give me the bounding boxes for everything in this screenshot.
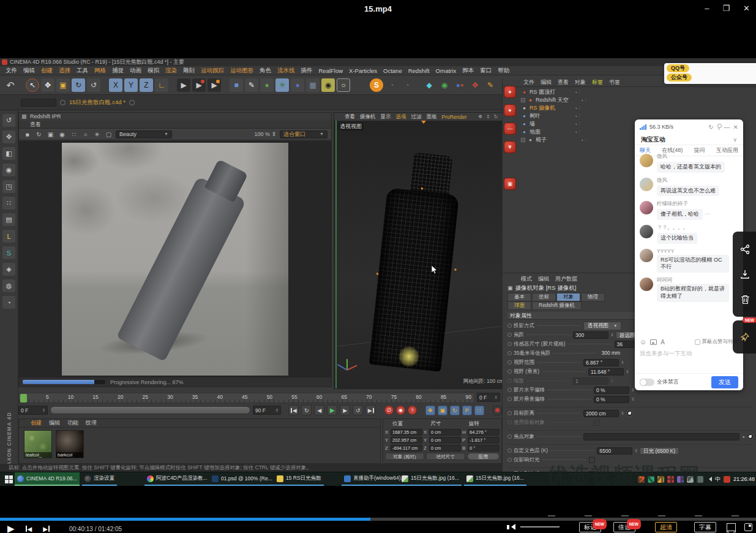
attribute-tab[interactable]: Redshift 摄像机 [532, 301, 582, 310]
start-frame-field[interactable]: 0 F⇕ [18, 406, 48, 415]
coord-size-field[interactable]: 0 cm [429, 429, 461, 436]
tray-icon-3[interactable] [657, 476, 664, 483]
z-axis-lock-icon[interactable]: Z [140, 78, 153, 92]
ipr-snowflake-icon[interactable]: ✳ [92, 131, 102, 138]
redshift-tray-icon[interactable] [724, 476, 730, 483]
taskbar-app[interactable]: 01.psd @ 100% (Re... [209, 472, 275, 486]
menu-item[interactable]: 选择 [56, 67, 73, 75]
visibility-dots-icon[interactable]: ∶ [578, 105, 580, 111]
tray-icon-2[interactable] [648, 476, 654, 483]
chat-close-icon[interactable]: ✕ [733, 124, 738, 130]
attribute-value-field[interactable]: 11.648 ° [588, 368, 624, 376]
spinner-icon[interactable]: ⇕ [610, 333, 614, 338]
fullscreen-icon[interactable] [744, 523, 752, 531]
tray-icon-7[interactable] [697, 476, 703, 483]
keyframe-dot-icon[interactable] [507, 323, 512, 328]
ipr-frame-icon[interactable]: ▢ [104, 131, 113, 138]
material-menu-item[interactable]: 功能 [64, 419, 81, 427]
viewport-menu-item[interactable]: 选项 [394, 113, 408, 121]
ipr-lock-icon[interactable]: ▣ [46, 131, 55, 138]
coord-position-field[interactable]: 1687.35 cm [391, 429, 422, 436]
keyframe-dot-icon[interactable] [507, 351, 512, 355]
menu-item[interactable]: 文件 [2, 67, 20, 75]
tool-edges-icon[interactable]: ▤ [2, 213, 15, 226]
attribute-tab[interactable]: 物理 [581, 293, 605, 301]
viewport-pan-icon[interactable]: ✥ [477, 114, 484, 119]
tool-layer-icon[interactable]: L [2, 230, 15, 243]
scale-tool-icon[interactable]: ▣ [56, 78, 70, 92]
viewport-rotate-icon[interactable]: ↻ [493, 114, 500, 119]
attribute-value-field[interactable]: 300 mm [599, 350, 635, 357]
tool-texture-icon[interactable]: ◉ [2, 164, 15, 176]
loop-button[interactable]: ↻ [301, 405, 312, 415]
object-name[interactable]: Redshift 天空 [536, 96, 580, 104]
object-manager-menu-item[interactable]: 对象 [572, 78, 588, 86]
tool-axis-icon[interactable]: ◈ [2, 263, 15, 276]
layer-chip-icon[interactable]: ▪ [582, 138, 583, 142]
material-thumbnail[interactable]: barkcol [56, 430, 84, 458]
keyframe-dot-icon[interactable] [507, 388, 512, 392]
attribute-dropdown[interactable]: 透视视图▼ [583, 322, 621, 330]
viewport-menu-item[interactable]: 摄像机 [358, 113, 378, 121]
menu-item[interactable]: 工具 [73, 67, 91, 75]
visibility-dots-icon[interactable]: ∶ [578, 129, 580, 135]
floor-environment-icon[interactable]: ▦ [306, 78, 320, 92]
cycle-button[interactable]: ↺ [353, 405, 363, 415]
attribute-checkbox[interactable] [594, 420, 600, 426]
live-selection-icon[interactable]: ↖ [26, 78, 39, 92]
pin-tool[interactable]: NEW [733, 320, 756, 353]
pin-icon[interactable] [717, 124, 721, 130]
clock[interactable]: 21:26:48 [733, 476, 755, 482]
visibility-dots-icon[interactable]: ∶ [585, 97, 586, 103]
menu-item[interactable]: 雕刻 [180, 67, 198, 75]
tray-icon-5[interactable] [677, 476, 684, 483]
attribute-value-field[interactable]: 6.867 ° [583, 359, 619, 366]
material-menu-item[interactable]: 创建 [28, 419, 45, 427]
tray-icon-6[interactable] [687, 476, 694, 483]
ipr-menu-view[interactable]: 查看 [19, 121, 331, 129]
collapse-chevron-icon[interactable]: ∨ [733, 137, 737, 143]
render-view-icon[interactable]: ▶ [177, 78, 190, 92]
taskbar-app[interactable]: 阿波C4D产品渲染教... [144, 472, 210, 486]
primitive-cube-icon[interactable]: ■ [230, 78, 243, 92]
menu-item[interactable]: 动画 [127, 67, 144, 75]
keyframe-dot-icon[interactable] [507, 342, 512, 346]
ipr-fit-dropdown[interactable]: 适合窗口▼ [280, 130, 327, 138]
object-name[interactable]: RS 圆顶灯 [530, 88, 574, 96]
keyframe-dot-icon[interactable] [507, 360, 512, 365]
coord-rotation-field[interactable]: -1.817 ° [468, 437, 500, 444]
viewport-menu-item[interactable]: 面板 [425, 113, 439, 121]
tool-model-icon[interactable]: ◧ [2, 147, 15, 160]
picker-icon[interactable] [626, 410, 633, 417]
object-manager-menu-item[interactable]: 查看 [555, 78, 571, 86]
avatar[interactable] [640, 225, 653, 238]
tool-snap-icon[interactable]: S [2, 246, 15, 259]
link-arrow-icon[interactable]: ▸ [743, 434, 745, 439]
spinner-icon[interactable]: ⇕ [631, 397, 635, 402]
block-likes-checkbox[interactable]: 屏蔽点赞与特效 [695, 338, 739, 346]
material-thumbnail[interactable]: leafcol_ [24, 430, 52, 458]
menu-item[interactable]: 捕捉 [109, 67, 127, 75]
coord-system-icon[interactable]: ∟ [155, 78, 168, 92]
attribute-menu-item[interactable]: 用户数据 [553, 275, 580, 283]
menu-item[interactable]: 插件 [298, 67, 316, 75]
visibility-dots-icon[interactable]: ∶ [578, 89, 580, 95]
rs-sphere-icon[interactable]: ◉ [438, 78, 451, 92]
minimize-button[interactable]: – [705, 4, 709, 13]
key-rotation-toggle[interactable]: ↻ [450, 406, 460, 415]
volume-control[interactable] [507, 524, 560, 530]
rs-diamond-icon[interactable]: ◆ [422, 78, 436, 92]
coord-rotation-field[interactable]: 64.276 ° [468, 429, 500, 436]
player-option-button[interactable]: 倍速 NEW [613, 522, 635, 532]
rs-spline-icon[interactable]: ✎ [484, 78, 497, 92]
record-keyframe-button[interactable]: ∅ [384, 406, 394, 415]
menu-item[interactable]: 网格 [91, 67, 109, 75]
image-upload-icon[interactable] [650, 339, 657, 345]
object-name[interactable]: 墙 [530, 120, 574, 128]
document-tab[interactable]: 15日光焦散白瓶.c4d * [69, 99, 125, 107]
avatar[interactable] [640, 249, 653, 262]
last-tool-icon[interactable]: ↺ [87, 78, 100, 92]
keyframe-dot-icon[interactable] [507, 420, 512, 425]
attribute-value-field[interactable]: 0 % [594, 396, 629, 403]
webfullscreen-icon[interactable] [727, 523, 735, 531]
